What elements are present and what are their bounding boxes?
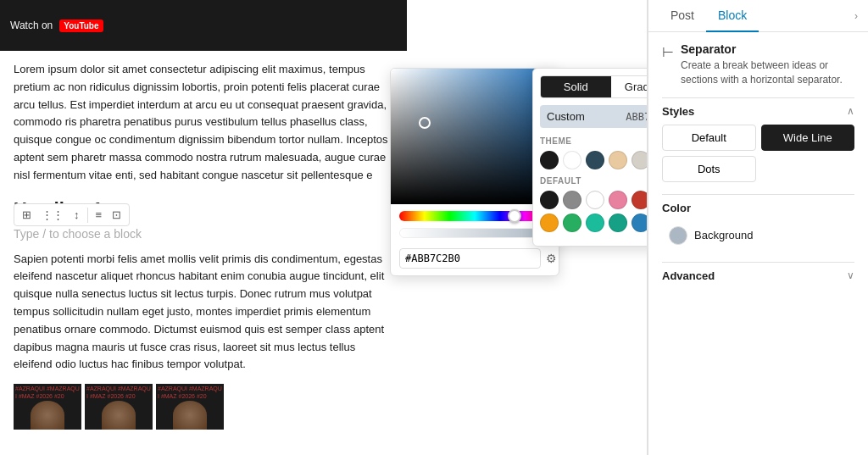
image-strip: #AZRAQUI #MAZRAQUI #MAZ #2026 #20 #AZRAQ…: [14, 384, 393, 430]
style-dots-button[interactable]: Dots: [662, 156, 756, 182]
hex-row: ⚙: [391, 245, 559, 275]
watch-on-text: Watch on: [10, 19, 53, 31]
color-circle-background: [669, 226, 687, 245]
panel-divider-2: [662, 194, 854, 195]
default-section: DEFAULT: [540, 176, 648, 232]
lorem-paragraph: Lorem ipsum dolor sit amet consectetur a…: [14, 61, 393, 185]
swatch-peach[interactable]: [609, 151, 627, 169]
hex-input[interactable]: [399, 248, 541, 269]
color-picker-handle[interactable]: [419, 117, 431, 129]
youtube-logo: YouTube: [59, 19, 103, 32]
swatch-d-pink[interactable]: [609, 191, 627, 209]
toolbar-more-button[interactable]: ⊡: [108, 206, 125, 224]
styles-grid: Default Wide Line Dots: [662, 125, 854, 182]
custom-label: Custom: [547, 110, 585, 123]
swatch-light-gray[interactable]: [632, 151, 648, 169]
separator-icon: ⊢: [662, 44, 674, 60]
gradient-tab[interactable]: Gradient: [611, 76, 648, 97]
img-face-2: [102, 401, 136, 430]
swatch-d-dark-teal[interactable]: [609, 214, 627, 232]
panel-tabs: Post Block ›: [648, 0, 868, 32]
theme-section: THEME: [540, 136, 648, 169]
block-description: Create a break between ideas or sections…: [681, 58, 854, 87]
swatch-dark-teal[interactable]: [586, 151, 604, 169]
panel-divider-1: [662, 97, 854, 98]
toolbar-dots-button[interactable]: ⋮⋮: [37, 206, 68, 224]
swatch-d-green[interactable]: [563, 214, 581, 232]
right-panel: Post Block › ⊢ Separator Create a break …: [648, 0, 868, 455]
tab-post[interactable]: Post: [659, 0, 706, 32]
default-swatches: [540, 191, 648, 232]
sapien-paragraph: Sapien potenti morbi felis amet mollis v…: [14, 251, 393, 375]
block-info-text: Separator Create a break between ideas o…: [681, 42, 854, 87]
swatch-black[interactable]: [540, 151, 559, 169]
toolbar-divider: [87, 208, 88, 223]
color-section: Color Background: [662, 202, 854, 250]
block-info: ⊢ Separator Create a break between ideas…: [662, 42, 854, 87]
style-wide-line-button[interactable]: Wide Line: [761, 125, 855, 151]
background-label: Background: [694, 229, 753, 241]
swatch-d-red[interactable]: [632, 191, 648, 209]
hue-slider[interactable]: [399, 211, 550, 221]
swatch-d-black[interactable]: [540, 191, 559, 209]
hue-handle[interactable]: [508, 209, 521, 223]
image-thumb-2: #AZRAQUI #MAZRAQUI #MAZ #2026 #20: [85, 384, 153, 430]
video-embed: Watch on YouTube: [0, 0, 407, 51]
color-section-title: Color: [662, 202, 854, 214]
advanced-section[interactable]: Advanced ∨: [662, 262, 854, 289]
toolbar-align-button[interactable]: ≡: [92, 206, 107, 224]
style-default-button[interactable]: Default: [662, 125, 756, 151]
styles-section-header: Styles ∧: [662, 105, 854, 118]
swatch-d-teal[interactable]: [586, 214, 604, 232]
styles-title: Styles: [662, 105, 694, 118]
panel-body: ⊢ Separator Create a break between ideas…: [648, 32, 868, 455]
custom-color-row: Custom ABB7C2B0: [540, 105, 648, 128]
swatch-d-yellow[interactable]: [540, 214, 559, 232]
advanced-chevron-icon: ∨: [847, 269, 854, 281]
content-body: Lorem ipsum dolor sit amet consectetur a…: [0, 51, 407, 440]
advanced-label: Advanced: [662, 269, 715, 282]
color-option-background[interactable]: Background: [662, 221, 854, 250]
toolbar-move-button[interactable]: ⊞: [18, 206, 36, 224]
tab-block[interactable]: Block: [706, 0, 759, 32]
img-face-3: [173, 401, 207, 430]
theme-label: THEME: [540, 136, 648, 146]
swatch-d-blue[interactable]: [632, 214, 648, 232]
swatch-white[interactable]: [563, 151, 581, 169]
panel-chevron-icon[interactable]: ›: [854, 10, 858, 22]
swatch-d-white[interactable]: [586, 191, 604, 209]
image-thumb-1: #AZRAQUI #MAZRAQUI #MAZ #2026 #20: [14, 384, 81, 430]
swatch-d-gray[interactable]: [563, 191, 581, 209]
toolbar-arrows-button[interactable]: ↕: [70, 206, 84, 224]
settings-icon[interactable]: ⚙: [546, 252, 557, 265]
styles-toggle[interactable]: ∧: [847, 105, 854, 117]
img-face-1: [31, 401, 64, 430]
content-area: Watch on YouTube Lorem ipsum dolor sit a…: [0, 0, 648, 455]
theme-swatches: [540, 151, 648, 169]
solid-tab[interactable]: Solid: [541, 76, 611, 97]
solid-gradient-tabs: Solid Gradient: [540, 75, 648, 98]
color-type-panel: Solid Gradient Custom ABB7C2B0 THEME DEF…: [532, 68, 648, 247]
styles-section: Styles ∧ Default Wide Line Dots: [662, 105, 854, 182]
opacity-slider[interactable]: [399, 228, 550, 238]
default-label: DEFAULT: [540, 176, 648, 186]
block-toolbar: ⊞ ⋮⋮ ↕ ≡ ⊡: [14, 203, 130, 226]
custom-hex: ABB7C2B0: [626, 111, 648, 123]
type-placeholder: Type / to choose a block: [14, 227, 393, 241]
block-title: Separator: [681, 42, 854, 56]
image-thumb-3: #AZRAQUI #MAZRAQUI #MAZ #2026 #20: [156, 384, 224, 430]
